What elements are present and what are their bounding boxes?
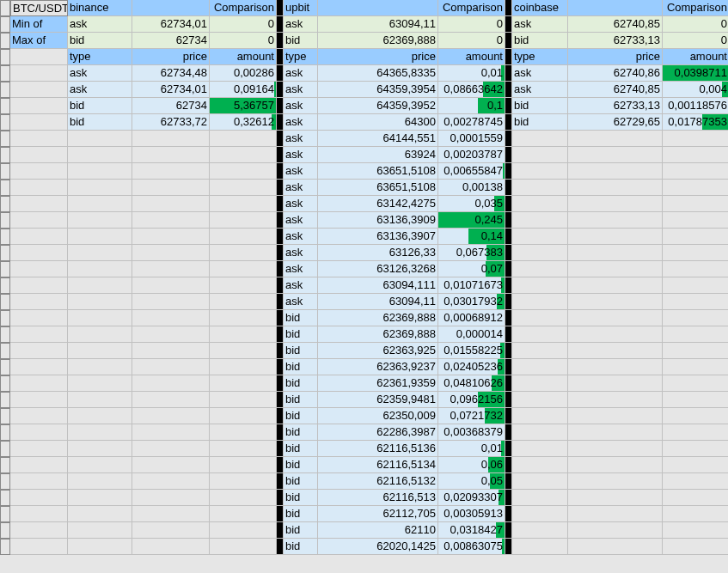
orderbook-amount[interactable]: 0,00138 xyxy=(438,180,505,196)
orderbook-amount[interactable]: 0,02093307 xyxy=(438,490,505,506)
orderbook-price[interactable]: 62734,48 xyxy=(132,65,210,82)
orderbook-price[interactable]: 62286,3987 xyxy=(318,424,438,441)
orderbook-type[interactable]: ask xyxy=(284,277,318,294)
orderbook-price[interactable]: 62363,9237 xyxy=(318,359,438,375)
min-label[interactable]: Min of xyxy=(10,16,68,33)
orderbook-price[interactable]: 62350,009 xyxy=(318,408,438,424)
orderbook-amount[interactable]: 0,0001559 xyxy=(438,131,505,147)
orderbook-type[interactable]: ask xyxy=(284,294,318,310)
coinbase-min-ask[interactable]: 62740,85 xyxy=(568,16,663,33)
binance-max-bid[interactable]: 62734 xyxy=(132,33,210,49)
orderbook-type[interactable]: ask xyxy=(284,82,318,98)
orderbook-type[interactable]: ask xyxy=(284,261,318,277)
orderbook-type[interactable]: ask xyxy=(284,245,318,261)
col-price[interactable]: price xyxy=(132,49,210,65)
orderbook-price[interactable]: 62734 xyxy=(132,98,210,114)
orderbook-amount[interactable]: 0,04810626 xyxy=(438,375,505,392)
comparison-header[interactable]: Comparison xyxy=(438,0,505,16)
orderbook-price[interactable]: 62740,85 xyxy=(568,82,663,98)
orderbook-price[interactable]: 62733,72 xyxy=(132,114,210,131)
orderbook-price[interactable]: 62116,5132 xyxy=(318,473,438,490)
orderbook-amount[interactable]: 0,06 xyxy=(438,457,505,473)
orderbook-price[interactable]: 63126,3268 xyxy=(318,261,438,277)
orderbook-price[interactable]: 64300 xyxy=(318,114,438,131)
coinbase-max-bid[interactable]: 62733,13 xyxy=(568,33,663,49)
orderbook-type[interactable]: bid xyxy=(68,98,132,114)
orderbook-type[interactable]: ask xyxy=(284,212,318,229)
orderbook-type[interactable]: ask xyxy=(284,65,318,82)
orderbook-type[interactable]: ask xyxy=(284,147,318,163)
orderbook-type[interactable]: bid xyxy=(284,326,318,343)
orderbook-amount[interactable]: 0,000014 xyxy=(438,326,505,343)
orderbook-type[interactable]: bid xyxy=(284,392,318,408)
orderbook-type[interactable]: bid xyxy=(284,441,318,457)
orderbook-type[interactable]: ask xyxy=(284,196,318,212)
orderbook-amount[interactable]: 0,01787353 xyxy=(663,114,728,131)
orderbook-price[interactable]: 62359,9481 xyxy=(318,392,438,408)
orderbook-amount[interactable]: 0,01 xyxy=(438,65,505,82)
orderbook-amount[interactable]: 0,00305913 xyxy=(438,506,505,522)
exchange-binance[interactable]: binance xyxy=(68,0,132,16)
orderbook-type[interactable]: bid xyxy=(284,343,318,359)
orderbook-type[interactable]: bid xyxy=(284,359,318,375)
orderbook-price[interactable]: 64144,551 xyxy=(318,131,438,147)
comparison-header[interactable]: Comparison xyxy=(210,0,277,16)
spreadsheet[interactable]: BTC/USDTbinanceComparisonupbitComparison… xyxy=(0,0,728,573)
orderbook-type[interactable]: ask xyxy=(512,82,568,98)
orderbook-price[interactable]: 63651,5108 xyxy=(318,163,438,180)
orderbook-price[interactable]: 62733,13 xyxy=(568,98,663,114)
orderbook-amount[interactable]: 0,035 xyxy=(438,196,505,212)
orderbook-type[interactable]: bid xyxy=(284,473,318,490)
orderbook-amount[interactable]: 0,01071673 xyxy=(438,277,505,294)
binance-min-ask[interactable]: 62734,01 xyxy=(132,16,210,33)
orderbook-price[interactable]: 63651,5108 xyxy=(318,180,438,196)
orderbook-amount[interactable]: 0,08663642 xyxy=(438,82,505,98)
orderbook-type[interactable]: ask xyxy=(284,163,318,180)
orderbook-price[interactable]: 62110 xyxy=(318,522,438,539)
orderbook-price[interactable]: 62112,705 xyxy=(318,506,438,522)
orderbook-amount[interactable]: 0,00863075 xyxy=(438,539,505,555)
orderbook-price[interactable]: 64359,3952 xyxy=(318,98,438,114)
orderbook-price[interactable]: 62734,01 xyxy=(132,82,210,98)
orderbook-type[interactable]: ask xyxy=(68,65,132,82)
orderbook-type[interactable]: bid xyxy=(284,522,318,539)
comparison-header[interactable]: Comparison xyxy=(663,0,728,16)
orderbook-price[interactable]: 62363,925 xyxy=(318,343,438,359)
orderbook-type[interactable]: bid xyxy=(512,114,568,131)
col-amount[interactable]: amount xyxy=(210,49,277,65)
orderbook-type[interactable]: bid xyxy=(284,424,318,441)
orderbook-type[interactable]: bid xyxy=(68,114,132,131)
orderbook-price[interactable]: 64359,3954 xyxy=(318,82,438,98)
orderbook-amount[interactable]: 0,067383 xyxy=(438,245,505,261)
orderbook-type[interactable]: bid xyxy=(284,375,318,392)
orderbook-amount[interactable]: 0,00118576 xyxy=(663,98,728,114)
orderbook-price[interactable]: 64365,8335 xyxy=(318,65,438,82)
orderbook-price[interactable]: 63094,11 xyxy=(318,294,438,310)
orderbook-amount[interactable]: 0,00368379 xyxy=(438,424,505,441)
orderbook-amount[interactable]: 0,0962156 xyxy=(438,392,505,408)
orderbook-amount[interactable]: 0,00286 xyxy=(210,65,277,82)
orderbook-type[interactable]: ask xyxy=(512,65,568,82)
orderbook-amount[interactable]: 0,0318427 xyxy=(438,522,505,539)
orderbook-price[interactable]: 62020,1425 xyxy=(318,539,438,555)
orderbook-price[interactable]: 63136,3907 xyxy=(318,229,438,245)
orderbook-price[interactable]: 62116,513 xyxy=(318,490,438,506)
orderbook-price[interactable]: 62116,5134 xyxy=(318,457,438,473)
orderbook-amount[interactable]: 0,01558225 xyxy=(438,343,505,359)
blank[interactable] xyxy=(132,0,210,16)
exchange-upbit[interactable]: upbit xyxy=(284,0,318,16)
orderbook-amount[interactable]: 0,05 xyxy=(438,473,505,490)
orderbook-amount[interactable]: 0,32612 xyxy=(210,114,277,131)
orderbook-amount[interactable]: 0,07 xyxy=(438,261,505,277)
col-type[interactable]: type xyxy=(68,49,132,65)
max-label[interactable]: Max of xyxy=(10,33,68,49)
orderbook-type[interactable]: ask xyxy=(284,229,318,245)
orderbook-type[interactable]: bid xyxy=(512,98,568,114)
orderbook-type[interactable]: bid xyxy=(284,408,318,424)
orderbook-amount[interactable]: 5,36757 xyxy=(210,98,277,114)
orderbook-amount[interactable]: 0,00278745 xyxy=(438,114,505,131)
orderbook-amount[interactable]: 0,03017932 xyxy=(438,294,505,310)
orderbook-price[interactable]: 62369,888 xyxy=(318,326,438,343)
orderbook-type[interactable]: ask xyxy=(284,131,318,147)
orderbook-type[interactable]: bid xyxy=(284,310,318,326)
